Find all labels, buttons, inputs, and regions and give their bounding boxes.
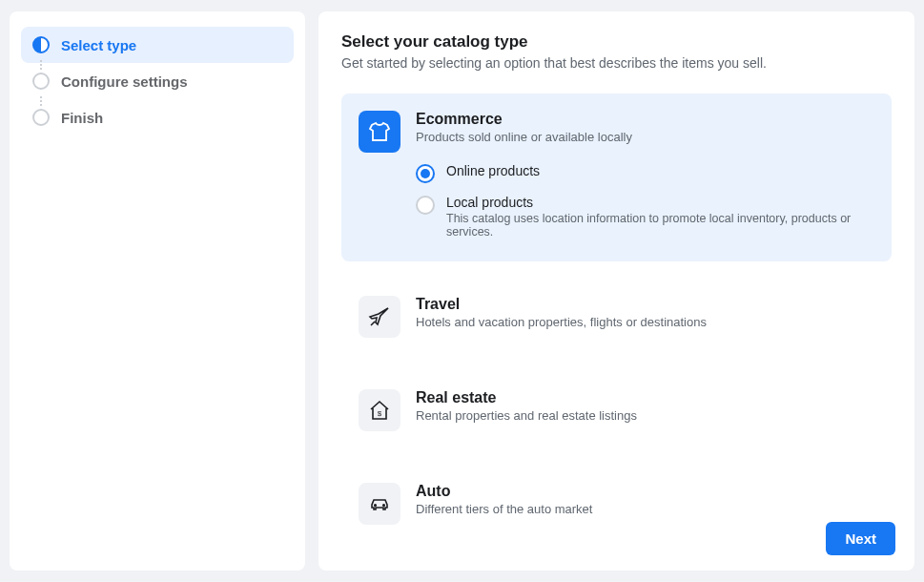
option-desc: Hotels and vacation properties, flights …	[416, 315, 874, 329]
airplane-icon	[359, 296, 400, 338]
page-subtitle: Get started by selecting an option that …	[341, 55, 892, 71]
option-content: Ecommerce Products sold online or availa…	[416, 111, 874, 244]
catalog-option-travel[interactable]: Travel Hotels and vacation properties, f…	[341, 279, 892, 355]
tshirt-icon	[359, 111, 400, 153]
subopt-body: Local products This catalog uses locatio…	[446, 195, 874, 239]
catalog-option-auto[interactable]: Auto Different tiers of the auto market	[341, 466, 892, 542]
step-label: Configure settings	[61, 73, 188, 90]
option-desc: Different tiers of the auto market	[416, 502, 874, 516]
step-label: Finish	[61, 110, 103, 126]
ecommerce-suboptions: Online products Local products This cata…	[416, 157, 874, 244]
subopt-local-products[interactable]: Local products This catalog uses locatio…	[416, 189, 874, 244]
subopt-label: Online products	[446, 163, 874, 178]
subopt-online-products[interactable]: Online products	[416, 157, 874, 189]
page-title: Select your catalog type	[341, 32, 892, 52]
option-content: Auto Different tiers of the auto market	[416, 483, 874, 525]
step-connector	[40, 96, 42, 106]
step-select-type[interactable]: Select type	[21, 27, 294, 63]
option-title: Ecommerce	[416, 111, 874, 128]
svg-point-2	[383, 505, 385, 507]
subopt-body: Online products	[446, 163, 874, 178]
step-indicator-icon	[32, 73, 50, 90]
step-connector	[40, 60, 42, 70]
subopt-desc: This catalog uses location information t…	[446, 212, 874, 239]
option-desc: Rental properties and real estate listin…	[416, 408, 874, 423]
option-title: Travel	[416, 296, 874, 313]
step-indicator-icon	[32, 109, 50, 126]
option-title: Auto	[416, 483, 874, 500]
option-desc: Products sold online or available locall…	[416, 130, 874, 144]
house-dollar-icon: $	[359, 389, 400, 431]
radio-icon	[416, 164, 435, 183]
option-content: Real estate Rental properties and real e…	[416, 389, 874, 431]
catalog-option-ecommerce[interactable]: Ecommerce Products sold online or availa…	[341, 94, 892, 261]
main-panel: Select your catalog type Get started by …	[318, 11, 914, 571]
option-title: Real estate	[416, 389, 874, 406]
step-configure-settings[interactable]: Configure settings	[21, 63, 294, 99]
wizard-sidebar: Select type Configure settings Finish	[10, 11, 305, 571]
car-icon	[359, 483, 400, 525]
option-content: Travel Hotels and vacation properties, f…	[416, 296, 874, 338]
step-indicator-icon	[32, 36, 50, 53]
subopt-label: Local products	[446, 195, 874, 210]
svg-point-1	[375, 505, 377, 507]
catalog-option-realestate[interactable]: $ Real estate Rental properties and real…	[341, 372, 892, 448]
step-label: Select type	[61, 37, 136, 53]
svg-text:$: $	[378, 409, 382, 418]
radio-icon	[416, 196, 435, 215]
step-finish[interactable]: Finish	[21, 99, 294, 135]
next-button[interactable]: Next	[826, 522, 895, 555]
